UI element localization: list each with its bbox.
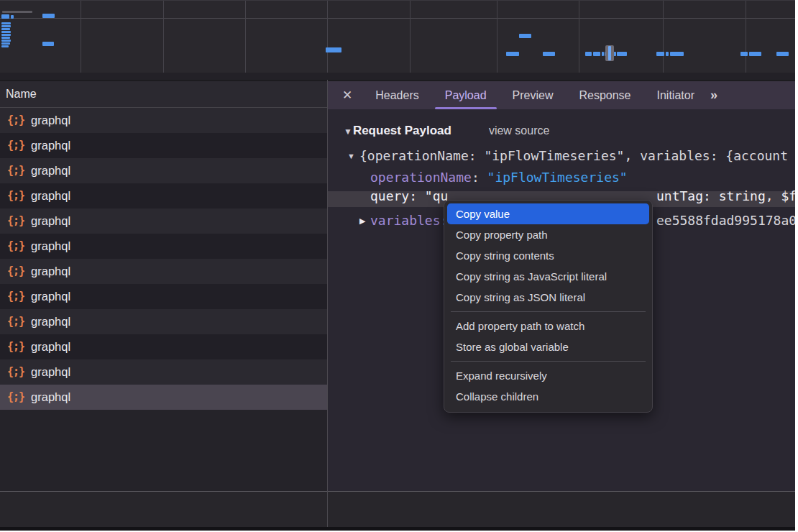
json-icon: {;}	[7, 234, 24, 259]
request-name: graphql	[31, 183, 70, 208]
network-request-row[interactable]: {;}graphql	[0, 108, 327, 133]
json-icon: {;}	[7, 334, 24, 359]
network-request-row[interactable]: {;}graphql	[0, 284, 327, 309]
timeline-bar	[656, 52, 664, 56]
property-value-string: "ipFlowTimeseries"	[487, 170, 628, 185]
timeline-bar	[1, 28, 10, 30]
request-name: graphql	[31, 108, 70, 133]
timeline-bar	[740, 52, 748, 56]
timeline-bar	[543, 52, 555, 56]
operation-name-row[interactable]: operationName: "ipFlowTimeseries"	[328, 167, 795, 188]
footer-area	[0, 492, 795, 527]
context-menu: Copy valueCopy property pathCopy string …	[444, 200, 653, 413]
view-source-link[interactable]: view source	[489, 124, 549, 137]
request-name: graphql	[31, 158, 70, 183]
timeline-bar	[2, 11, 32, 13]
timeline-bar	[1, 37, 10, 39]
timeline-bar	[749, 52, 761, 56]
menu-item-collapse-children[interactable]: Collapse children	[444, 386, 652, 407]
request-payload-header: ▼Request Payloadview source	[344, 120, 549, 142]
request-payload-title: Request Payload	[353, 124, 451, 137]
request-name: graphql	[31, 284, 70, 309]
expand-caret-icon[interactable]: ▶	[359, 210, 365, 231]
request-name: graphql	[31, 208, 70, 234]
json-icon: {;}	[7, 284, 24, 309]
timeline-bar	[1, 45, 9, 47]
network-request-row[interactable]: {;}graphql	[0, 234, 327, 259]
menu-separator	[451, 311, 646, 312]
menu-item-copy-value[interactable]: Copy value	[447, 203, 649, 224]
timeline-bottom-band	[0, 73, 795, 80]
expand-caret-icon[interactable]: ▼	[347, 145, 355, 167]
json-icon: {;}	[7, 158, 24, 183]
network-request-row[interactable]: {;}graphql	[0, 309, 327, 334]
tab-payload[interactable]: Payload	[432, 82, 500, 109]
timeline-bar	[11, 15, 14, 19]
network-overview-timeline[interactable]	[0, 1, 795, 80]
network-request-row[interactable]: {;}graphql	[0, 183, 327, 208]
network-request-row[interactable]: {;}graphql	[0, 133, 327, 158]
network-request-row[interactable]: {;}graphql	[0, 359, 327, 385]
json-icon: {;}	[7, 208, 24, 234]
timeline-bar	[1, 14, 9, 19]
tab-initiator[interactable]: Initiator	[644, 82, 707, 109]
variables-text-right: ee5588fdad995178a0	[656, 210, 795, 231]
menu-separator	[451, 361, 646, 362]
network-request-row[interactable]: {;}graphql	[0, 208, 327, 234]
tab-response[interactable]: Response	[566, 82, 643, 109]
request-name: graphql	[31, 133, 70, 158]
request-name: graphql	[31, 234, 70, 259]
menu-item-copy-string-as-javascript-literal[interactable]: Copy string as JavaScript literal	[444, 266, 652, 287]
tab-overflow-icon[interactable]: »	[710, 88, 716, 103]
timeline-bar	[506, 52, 519, 56]
request-name: graphql	[31, 309, 70, 334]
timeline-bar	[602, 52, 604, 56]
timeline-bar	[326, 47, 341, 52]
requests-list-panel: Name {;}graphql{;}graphql{;}graphql{;}gr…	[0, 81, 327, 527]
timeline-bar	[1, 25, 11, 27]
menu-item-store-as-global-variable[interactable]: Store as global variable	[444, 336, 652, 357]
network-request-row[interactable]: {;}graphql	[0, 385, 327, 410]
payload-root-row[interactable]: ▼ {operationName: "ipFlowTimeseries", va…	[328, 145, 795, 167]
json-icon: {;}	[7, 385, 24, 410]
property-key: operationName	[370, 170, 472, 185]
panel-divider[interactable]	[327, 80, 328, 527]
request-rows: {;}graphql{;}graphql{;}graphql{;}graphql…	[0, 108, 327, 410]
json-icon: {;}	[7, 108, 24, 133]
timeline-gridline	[410, 1, 411, 80]
close-icon[interactable]: ✕	[342, 88, 352, 103]
menu-item-copy-string-as-json-literal[interactable]: Copy string as JSON literal	[444, 287, 652, 308]
query-text-left: query: "qu	[370, 188, 448, 207]
timeline-gridline	[497, 1, 497, 80]
timeline-bar	[776, 52, 789, 56]
network-request-row[interactable]: {;}graphql	[0, 158, 327, 183]
payload-preview-text: {operationName: "ipFlowTimeseries", vari…	[359, 145, 788, 167]
tab-headers[interactable]: Headers	[362, 82, 431, 109]
timeline-bar	[1, 34, 11, 36]
detail-tabbar: ✕ HeadersPayloadPreviewResponseInitiator…	[328, 81, 795, 110]
timeline-gridline	[746, 1, 746, 80]
collapse-caret-icon[interactable]: ▼	[344, 127, 352, 137]
menu-item-expand-recursively[interactable]: Expand recursively	[444, 365, 652, 386]
timeline-marker-tick-icon	[608, 46, 611, 60]
timeline-bar	[519, 34, 531, 38]
timeline-gridline	[163, 1, 164, 80]
request-name: graphql	[31, 259, 70, 284]
timeline-bar	[670, 52, 684, 56]
json-icon: {;}	[7, 359, 24, 385]
detail-tabs: HeadersPayloadPreviewResponseInitiator	[362, 82, 707, 109]
json-icon: {;}	[7, 183, 24, 208]
timeline-bar	[617, 52, 627, 56]
operation-name-text: operationName: "ipFlowTimeseries"	[370, 167, 628, 188]
property-key: variables	[370, 213, 441, 228]
request-name: graphql	[31, 385, 70, 410]
timeline-gridline	[327, 1, 328, 80]
network-request-row[interactable]: {;}graphql	[0, 259, 327, 284]
timeline-horizontal-gridline	[0, 18, 795, 19]
network-request-row[interactable]: {;}graphql	[0, 334, 327, 359]
name-column-header[interactable]: Name	[0, 81, 327, 108]
menu-item-add-property-path-to-watch[interactable]: Add property path to watch	[444, 316, 652, 336]
tab-preview[interactable]: Preview	[500, 82, 567, 109]
menu-item-copy-string-contents[interactable]: Copy string contents	[444, 245, 652, 266]
menu-item-copy-property-path[interactable]: Copy property path	[444, 224, 652, 245]
